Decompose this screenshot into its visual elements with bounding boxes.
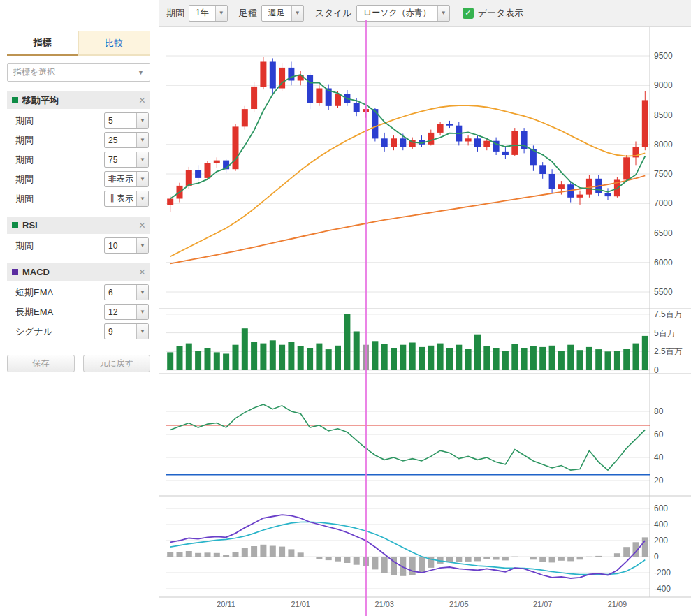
param-row: 期間 25 ▼ [15,132,149,148]
ma25-line [170,105,646,256]
chart-area: 9500900085008000750070006500600055007.5百… [159,27,691,616]
svg-text:6500: 6500 [654,228,673,238]
reset-button[interactable]: 元に戻す [83,355,151,372]
indicator-section-macd: MACD × 短期EMA 6 ▼ 長期EMA 12 ▼ シグナル [7,263,150,339]
param-value: 12 [105,305,136,319]
gridlines [159,27,691,597]
chevron-down-icon: ▼ [136,285,148,300]
svg-text:400: 400 [654,520,668,529]
period-select[interactable]: 1年 ▼ [189,5,228,22]
section-header: MACD × [7,263,150,281]
param-row: 期間 75 ▼ [15,152,149,168]
svg-text:20/11: 20/11 [217,600,235,608]
ma-period-4-select[interactable]: 非表示 ▼ [104,171,149,187]
close-icon[interactable]: × [139,95,145,106]
x-axis-labels: 20/1121/0121/0321/0521/0721/09 [217,600,627,608]
svg-text:21/07: 21/07 [533,600,553,608]
svg-text:-400: -400 [654,584,671,594]
macd-signal-select[interactable]: 9 ▼ [104,323,149,339]
section-title: 移動平均 [22,94,59,107]
axis-labels: 9500900085008000750070006500600055007.5百… [654,51,683,594]
param-row: 長期EMA 12 ▼ [15,304,149,320]
param-value: 非表示 [105,172,136,186]
svg-text:5百万: 5百万 [654,328,676,338]
chevron-down-icon: ▼ [291,6,303,21]
chevron-down-icon: ▼ [136,152,148,167]
tab-compare[interactable]: 比較 [78,31,151,56]
param-row: 期間 非表示 ▼ [15,191,149,207]
chevron-down-icon: ▼ [138,69,144,76]
close-icon[interactable]: × [139,220,145,231]
macd-long-ema-select[interactable]: 12 ▼ [104,304,149,320]
candle-type-label: 足種 [239,7,257,20]
param-label: シグナル [15,325,52,338]
data-display-label: データ表示 [478,7,524,20]
crosshair[interactable] [365,20,367,616]
section-title: MACD [22,267,50,277]
legend-swatch [12,269,18,275]
chevron-down-icon: ▼ [136,172,148,186]
svg-text:21/03: 21/03 [374,600,394,608]
chevron-down-icon: ▼ [136,191,148,206]
param-row: 短期EMA 6 ▼ [15,284,149,300]
param-label: 期間 [15,240,34,252]
candle-type-select[interactable]: 週足 ▼ [261,5,304,22]
svg-text:60: 60 [654,430,664,439]
chevron-down-icon: ▼ [136,133,148,147]
section-header: 移動平均 × [7,91,150,109]
svg-text:80: 80 [654,406,664,416]
param-label: 短期EMA [15,286,53,299]
chevron-down-icon: ▼ [215,6,227,21]
style-select[interactable]: ローソク（赤青） ▼ [356,5,450,22]
param-value: 75 [105,152,136,167]
style-label: スタイル [315,7,352,20]
svg-text:21/05: 21/05 [449,600,469,608]
rsi-period-select[interactable]: 10 ▼ [104,237,149,254]
chevron-down-icon: ▼ [136,113,148,128]
ma-period-2-select[interactable]: 25 ▼ [104,132,149,148]
param-value: 25 [105,133,136,147]
chart-main: 期間 1年 ▼ 足種 週足 ▼ スタイル ローソク（赤青） ▼ ✓ データ表示 … [159,0,691,616]
svg-text:7000: 7000 [654,198,673,208]
stock-chart-app: 指標 比較 指標を選択 ▼ 移動平均 × 期間 5 ▼ 期間 [0,0,691,616]
style-value: ローソク（赤青） [357,6,437,21]
param-value: 非表示 [105,191,136,206]
svg-text:600: 600 [654,504,668,513]
param-row: 期間 非表示 ▼ [15,171,149,187]
chevron-down-icon: ▼ [136,238,148,253]
close-icon[interactable]: × [139,267,145,278]
sidebar-tabs: 指標 比較 [7,31,150,56]
chevron-down-icon: ▼ [136,324,148,339]
rsi-line [170,404,646,470]
svg-text:0: 0 [654,552,659,562]
svg-text:21/01: 21/01 [291,600,310,608]
svg-text:21/09: 21/09 [608,600,627,608]
svg-text:7500: 7500 [654,169,673,179]
sidebar: 指標 比較 指標を選択 ▼ 移動平均 × 期間 5 ▼ 期間 [0,0,159,616]
checkbox-checked-icon: ✓ [463,8,474,19]
period-value: 1年 [189,6,215,21]
svg-text:40: 40 [654,453,664,462]
data-display-toggle[interactable]: ✓ データ表示 [463,7,524,20]
svg-text:7.5百万: 7.5百万 [654,309,683,319]
svg-text:0: 0 [654,365,659,375]
ma-period-3-select[interactable]: 75 ▼ [104,152,149,168]
chevron-down-icon: ▼ [437,6,449,21]
svg-text:6000: 6000 [654,258,673,267]
ma75-line [170,176,646,264]
indicator-select[interactable]: 指標を選択 ▼ [7,63,150,82]
tab-indicators[interactable]: 指標 [7,31,78,56]
param-label: 期間 [15,193,34,205]
legend-swatch [12,97,18,103]
period-label: 期間 [166,7,184,20]
volume-bars [167,314,648,370]
param-row: 期間 10 ▼ [15,237,149,254]
param-label: 期間 [15,134,34,147]
macd-short-ema-select[interactable]: 6 ▼ [104,284,149,300]
save-button[interactable]: 保存 [7,355,75,372]
ma-period-5-select[interactable]: 非表示 ▼ [104,191,149,207]
stock-chart-svg: 9500900085008000750070006500600055007.5百… [159,27,691,616]
param-value: 10 [105,238,136,253]
ma-period-1-select[interactable]: 5 ▼ [104,112,149,129]
candle-type-value: 週足 [262,6,291,21]
